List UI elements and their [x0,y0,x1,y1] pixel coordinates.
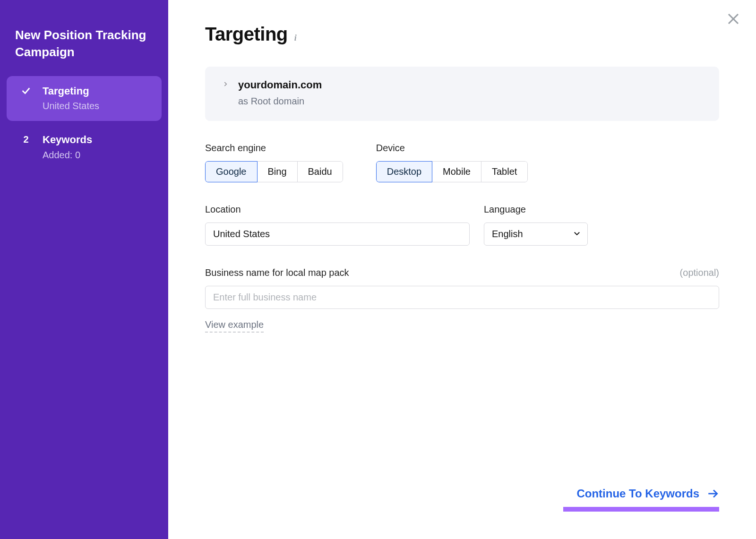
chevron-right-icon [222,79,229,89]
business-name-field: Business name for local map pack (option… [205,267,719,333]
search-engine-segmented: Google Bing Baidu [205,161,343,182]
info-icon[interactable]: i [294,33,297,43]
domain-text: yourdomain.com as Root domain [238,79,322,107]
step-number: 2 [19,133,33,145]
optional-tag: (optional) [680,267,719,278]
checkmark-icon [19,85,33,96]
search-engine-option-baidu[interactable]: Baidu [297,161,343,182]
domain-name: yourdomain.com [238,79,322,91]
view-example-link[interactable]: View example [205,319,264,333]
language-select[interactable]: English [484,222,588,246]
language-label: Language [484,204,588,215]
search-engine-field: Search engine Google Bing Baidu [205,143,343,182]
device-option-mobile[interactable]: Mobile [432,161,481,182]
search-engine-label: Search engine [205,143,343,154]
location-field: Location [205,204,470,246]
business-name-label: Business name for local map pack [205,267,349,278]
sidebar-step-keywords[interactable]: 2 Keywords Added: 0 [7,125,162,170]
close-button[interactable] [723,9,744,29]
location-label: Location [205,204,470,215]
device-option-desktop[interactable]: Desktop [376,161,432,182]
domain-sub: as Root domain [238,96,322,107]
sidebar-step-sub: United States [43,101,99,111]
search-engine-option-google[interactable]: Google [205,161,258,182]
location-input[interactable] [205,222,470,246]
continue-to-keywords-button[interactable]: Continue To Keywords [576,487,719,500]
domain-card[interactable]: yourdomain.com as Root domain [205,67,719,121]
sidebar: New Position Tracking Campaign Targeting… [0,0,168,539]
main-panel: Targeting i yourdomain.com as Root domai… [168,0,756,539]
search-engine-option-bing[interactable]: Bing [257,161,298,182]
sidebar-step-labels: Targeting United States [43,85,99,112]
device-field: Device Desktop Mobile Tablet [376,143,528,182]
sidebar-step-title: Targeting [43,85,99,98]
device-option-tablet[interactable]: Tablet [481,161,528,182]
business-name-input[interactable] [205,286,719,309]
arrow-right-icon [707,488,719,500]
page-title: Targeting i [205,24,719,45]
sidebar-step-labels: Keywords Added: 0 [43,133,92,161]
sidebar-step-title: Keywords [43,133,92,147]
device-segmented: Desktop Mobile Tablet [376,161,528,182]
cta-label: Continue To Keywords [576,487,699,500]
sidebar-step-targeting[interactable]: Targeting United States [7,76,162,121]
cta-highlight-underline [563,507,719,512]
close-icon [726,12,740,26]
cta-container: Continue To Keywords [563,487,719,512]
language-field: Language English [484,204,588,246]
sidebar-title: New Position Tracking Campaign [0,26,168,76]
device-label: Device [376,143,528,154]
sidebar-step-sub: Added: 0 [43,150,92,161]
page-title-text: Targeting [205,24,288,45]
